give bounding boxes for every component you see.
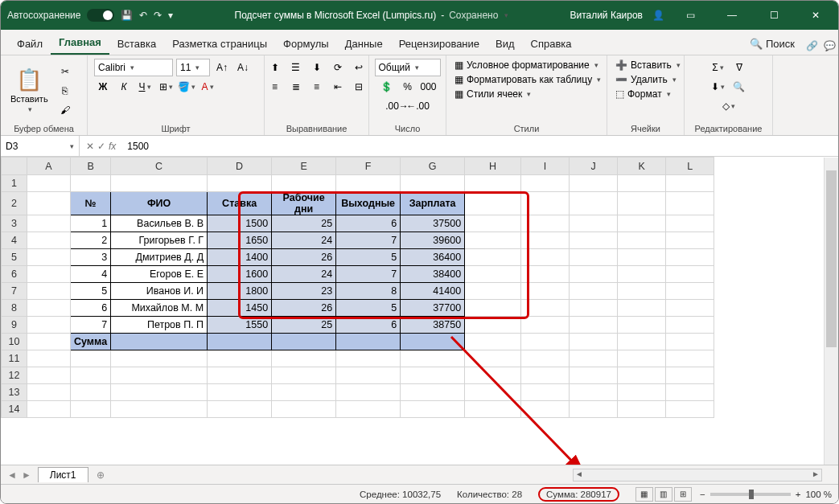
cell[interactable] (208, 401, 272, 418)
row-header[interactable]: 2 (2, 192, 27, 215)
increase-decimal-icon[interactable]: .00→ (389, 97, 406, 115)
cell[interactable] (465, 300, 521, 317)
cell[interactable] (27, 215, 71, 232)
row-header[interactable]: 10 (2, 334, 27, 350)
cell[interactable]: 6 (336, 215, 401, 232)
conditional-formatting-button[interactable]: ▦ Условное форматирование▾ (453, 59, 600, 72)
worksheet[interactable]: ABCDEFGHIJKL12№ФИОСтавкаРабочие дниВыход… (1, 157, 838, 446)
cell[interactable]: Михайлов М. М (111, 300, 208, 317)
zoom-out-icon[interactable]: − (700, 490, 705, 499)
cell[interactable] (521, 367, 570, 384)
row-header[interactable]: 6 (2, 266, 27, 283)
tab-home[interactable]: Главная (51, 31, 109, 55)
cell[interactable]: 25 (272, 317, 336, 334)
cell[interactable] (666, 300, 714, 317)
cell[interactable] (71, 350, 111, 367)
cell[interactable] (27, 249, 71, 266)
cell[interactable] (27, 175, 71, 192)
column-header[interactable]: J (570, 158, 618, 175)
orientation-icon[interactable]: ⟳ (329, 59, 347, 76)
copy-icon[interactable]: ⎘ (56, 82, 74, 100)
cell[interactable]: Васильев В. В (111, 215, 208, 232)
row-header[interactable]: 4 (2, 232, 27, 249)
cell[interactable]: 23 (272, 283, 336, 300)
cell[interactable] (111, 384, 208, 401)
bold-icon[interactable]: Ж (94, 78, 112, 96)
row-header[interactable]: 8 (2, 300, 27, 317)
column-header[interactable]: G (401, 158, 465, 175)
cell[interactable]: Выходные (336, 192, 401, 215)
cell[interactable] (618, 300, 666, 317)
cell[interactable] (618, 384, 666, 401)
font-size-combo[interactable]: 11▾ (176, 59, 210, 76)
clear-icon[interactable]: ◇▾ (720, 97, 738, 115)
cell[interactable] (111, 350, 208, 367)
cell[interactable] (618, 215, 666, 232)
cell[interactable] (570, 283, 618, 300)
cell[interactable]: 37500 (401, 215, 465, 232)
cell[interactable]: Григорьев Г. Г (111, 232, 208, 249)
column-header[interactable]: D (208, 158, 272, 175)
cell[interactable] (666, 350, 714, 367)
autosave-toggle[interactable] (87, 9, 114, 22)
cell[interactable] (570, 232, 618, 249)
cell[interactable] (521, 317, 570, 334)
format-painter-icon[interactable]: 🖌 (56, 101, 74, 119)
column-header[interactable]: C (111, 158, 208, 175)
qat-more-icon[interactable]: ▾ (168, 10, 173, 21)
wrap-text-icon[interactable]: ↩ (350, 59, 368, 76)
cell[interactable] (666, 249, 714, 266)
cell[interactable] (71, 175, 111, 192)
column-header[interactable]: H (465, 158, 521, 175)
currency-icon[interactable]: 💲 (378, 78, 396, 96)
cell[interactable]: № (71, 192, 111, 215)
font-color-icon[interactable]: A▾ (199, 78, 216, 96)
cell[interactable]: 7 (336, 266, 401, 283)
cell[interactable] (521, 350, 570, 367)
maximize-icon[interactable]: ☐ (758, 3, 790, 27)
cell[interactable] (401, 384, 465, 401)
cell[interactable]: 1 (71, 215, 111, 232)
cell[interactable] (208, 384, 272, 401)
cell[interactable] (666, 215, 714, 232)
cell[interactable]: Сумма (71, 334, 111, 350)
find-icon[interactable]: 🔍 (730, 78, 748, 96)
cell[interactable] (618, 283, 666, 300)
cell[interactable] (618, 232, 666, 249)
cell[interactable] (465, 334, 521, 350)
cell[interactable] (570, 300, 618, 317)
cell[interactable] (618, 266, 666, 283)
row-header[interactable]: 13 (2, 384, 27, 401)
column-header[interactable]: L (666, 158, 714, 175)
format-cells-button[interactable]: ⬚ Формат▾ (614, 88, 672, 100)
font-name-combo[interactable]: Calibri▾ (94, 59, 173, 76)
fill-icon[interactable]: ⬇▾ (709, 78, 727, 96)
cell[interactable] (570, 334, 618, 350)
column-header[interactable]: F (336, 158, 401, 175)
row-header[interactable]: 9 (2, 317, 27, 334)
cell[interactable]: 1650 (208, 232, 272, 249)
cell[interactable] (27, 334, 71, 350)
column-header[interactable]: K (618, 158, 666, 175)
cell[interactable] (465, 175, 521, 192)
row-header[interactable]: 7 (2, 283, 27, 300)
cell[interactable]: 1550 (208, 317, 272, 334)
cell[interactable] (27, 192, 71, 215)
cell[interactable]: 24 (272, 232, 336, 249)
cell[interactable]: Петров П. П (111, 317, 208, 334)
zoom-in-icon[interactable]: + (796, 490, 801, 499)
cell[interactable]: 25 (272, 215, 336, 232)
cell[interactable] (111, 334, 208, 350)
cell[interactable]: 7 (336, 232, 401, 249)
cell[interactable] (570, 350, 618, 367)
cell[interactable] (336, 401, 401, 418)
cell[interactable]: Егоров Е. Е (111, 266, 208, 283)
column-header[interactable]: E (272, 158, 336, 175)
column-header[interactable]: B (71, 158, 111, 175)
cell[interactable]: 8 (336, 283, 401, 300)
cell[interactable] (27, 266, 71, 283)
cell[interactable] (272, 334, 336, 350)
cell[interactable] (272, 401, 336, 418)
cell[interactable] (465, 192, 521, 215)
minimize-icon[interactable]: — (716, 3, 748, 27)
